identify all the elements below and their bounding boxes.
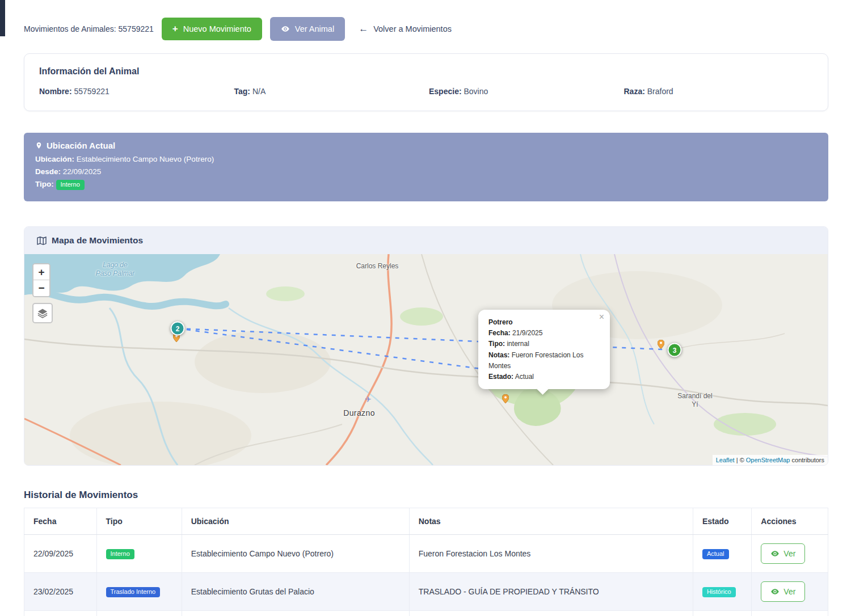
history-title: Historial de Movimientos [24, 490, 828, 501]
popup-tipo: Tipo: internal [488, 339, 600, 349]
cell-ubicacion: Establecimiento Grutas del Palacio [182, 573, 409, 611]
cell-notas: REGISTRO - REGISTRO ELECTRONICO WEB [409, 611, 693, 616]
map-label-durazno: Durazno [319, 408, 399, 419]
cell-estado: Histórico [693, 611, 751, 616]
ver-button[interactable]: Ver [761, 543, 805, 564]
current-location-panel: Ubicación Actual Ubicación: Establecimie… [24, 133, 828, 201]
cell-notas: TRASLADO - GUÍA DE PROPIEDAD Y TRÁNSITO [409, 573, 693, 611]
estado-badge: Histórico [702, 587, 736, 597]
ver-label: Ver [783, 587, 795, 596]
field-raza: Raza: Braford [624, 87, 814, 96]
since-label: Desde: [35, 167, 61, 176]
map-marker-2[interactable]: 2 [171, 322, 185, 336]
history-header-row: Fecha Tipo Ubicación Notas Estado Accion… [24, 508, 828, 535]
airport-icon: ✈ [365, 395, 372, 404]
map-title: Mapa de Movimientos [52, 235, 143, 246]
popup-estado-value: Actual [515, 373, 534, 381]
popup-fecha-value: 21/9/2025 [512, 329, 542, 337]
col-acciones: Acciones [752, 508, 828, 535]
zoom-in-button[interactable]: + [33, 264, 49, 280]
map-header: Mapa de Movimientos [24, 227, 828, 254]
new-movement-button[interactable]: + Nuevo Movimiento [162, 18, 262, 41]
location-line: Ubicación: Establecimiento Campo Nuevo (… [35, 155, 817, 163]
table-row: 23/02/2025 Traslado Interno Establecimie… [24, 573, 828, 611]
zoom-out-button[interactable]: − [33, 280, 49, 296]
eye-icon [281, 24, 290, 33]
animal-info-fields: Nombre: 55759221 Tag: N/A Especie: Bovin… [39, 87, 813, 96]
field-nombre-value: 55759221 [74, 87, 109, 96]
popup-notas: Notas: Fueron Forestacion Los Montes [488, 350, 600, 372]
cell-notas: Fueron Forestacion Los Montes [409, 535, 693, 573]
popup-close-icon[interactable]: × [599, 313, 604, 322]
back-link-label: Volver a Movimientos [373, 24, 452, 33]
field-nombre: Nombre: 55759221 [39, 87, 229, 96]
map-canvas[interactable]: Lago de Paso Palmar Carlos Reyles ✈ Dura… [24, 254, 828, 465]
location-value: Establecimiento Campo Nuevo (Potrero) [77, 155, 214, 163]
tipo-badge: Traslado Interno [106, 587, 161, 597]
col-fecha: Fecha [24, 508, 97, 535]
cell-fecha: 23/02/2025 [24, 573, 97, 611]
popup-estado: Estado: Actual [488, 372, 600, 382]
poi-pin-icon [502, 394, 509, 405]
popup-fecha: Fecha: 21/9/2025 [488, 328, 600, 339]
layers-control[interactable] [32, 303, 53, 323]
cell-fecha: 22/09/2025 [24, 535, 97, 573]
map-label-sarandi: Sarandí del Yí [661, 392, 729, 409]
popup-notas-label: Notas: [488, 351, 509, 359]
view-animal-button[interactable]: Ver Animal [270, 17, 345, 41]
popup-estado-label: Estado: [488, 373, 513, 381]
cell-acciones: Ver [752, 573, 828, 611]
sarandi-label-line1: Sarandí del [661, 392, 729, 400]
table-row: 21/06/2023 Interno Establecimiento Colon… [24, 611, 828, 616]
map-icon [37, 237, 47, 245]
layers-icon [37, 307, 48, 319]
map-label-carlos-reyles: Carlos Reyles [332, 262, 423, 271]
cell-ubicacion: Establecimiento Colonia Rosell y Rius [182, 611, 409, 616]
map-popup: × Potrero Fecha: 21/9/2025 Tipo: interna… [478, 310, 610, 389]
animal-info-title: Información del Animal [39, 66, 813, 77]
new-movement-label: Nuevo Movimiento [183, 25, 251, 33]
map-attribution: Leaflet | © OpenStreetMap contributors [713, 455, 828, 465]
page: Movimientos de Animales: 55759221 + Nuev… [0, 0, 851, 616]
ver-button[interactable]: Ver [761, 581, 805, 602]
popup-title: Potrero [488, 318, 513, 326]
animal-info-card: Información del Animal Nombre: 55759221 … [24, 53, 828, 111]
cell-estado: Actual [693, 535, 751, 573]
popup-tipo-label: Tipo: [488, 340, 505, 348]
sidebar-edge [0, 0, 5, 36]
estado-badge: Actual [702, 549, 729, 559]
map-label-lake: Lago de Paso Palmar [75, 261, 155, 278]
osm-link[interactable]: OpenStreetMap [746, 457, 790, 463]
type-label: Tipo: [35, 180, 54, 188]
location-label: Ubicación: [35, 155, 74, 163]
movements-map-card: Mapa de Movimientos [24, 226, 828, 466]
top-bar: Movimientos de Animales: 55759221 + Nuev… [24, 17, 828, 41]
field-raza-label: Raza: [624, 87, 645, 96]
plus-icon: + [172, 25, 178, 33]
history-table: Fecha Tipo Ubicación Notas Estado Accion… [24, 508, 828, 616]
leaflet-link[interactable]: Leaflet [716, 457, 735, 463]
map-marker-3[interactable]: 3 [668, 343, 682, 357]
col-tipo: Tipo [96, 508, 182, 535]
eye-icon [770, 549, 780, 558]
col-estado: Estado [693, 508, 751, 535]
lake-label-line1: Lago de [75, 261, 155, 269]
attribution-suffix: contributors [790, 457, 824, 463]
view-animal-label: Ver Animal [295, 25, 334, 33]
cell-tipo: Interno [96, 611, 182, 616]
back-to-movements-link[interactable]: ← Volver a Movimientos [359, 23, 452, 35]
tipo-badge: Interno [106, 549, 134, 559]
since-line: Desde: 22/09/2025 [35, 167, 817, 176]
map-pin-icon [35, 141, 43, 150]
cell-estado: Histórico [693, 573, 751, 611]
cell-tipo: Traslado Interno [96, 573, 182, 611]
basemap-artwork [24, 254, 828, 465]
since-value: 22/09/2025 [63, 167, 102, 176]
field-especie-value: Bovino [464, 87, 488, 96]
attribution-separator: | © [735, 457, 746, 463]
zoom-control: + − [32, 263, 50, 297]
col-notas: Notas [409, 508, 693, 535]
field-especie-label: Especie: [429, 87, 462, 96]
field-raza-value: Braford [647, 87, 673, 96]
field-tag-label: Tag: [234, 87, 251, 96]
